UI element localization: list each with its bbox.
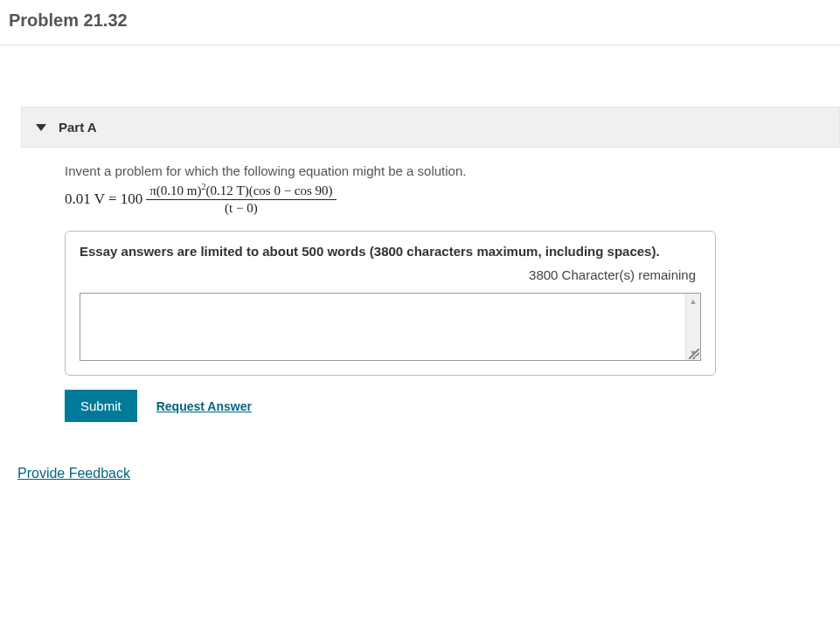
essay-textarea[interactable] bbox=[80, 294, 685, 360]
equation-numerator: π(0.10 m)2(0.12 T)(cos 0 − cos 90) bbox=[146, 183, 336, 200]
essay-panel: Essay answers are limited to about 500 w… bbox=[65, 231, 716, 376]
eq-num-prefix: π(0.10 m) bbox=[149, 183, 201, 197]
equation-fraction: π(0.10 m)2(0.12 T)(cos 0 − cos 90) (t − … bbox=[146, 183, 336, 215]
submit-button[interactable]: Submit bbox=[65, 390, 137, 422]
divider bbox=[0, 45, 840, 45]
equation-denominator: (t − 0) bbox=[221, 200, 261, 216]
essay-textarea-wrap: ▲ ▼ bbox=[80, 293, 701, 361]
scroll-down-icon[interactable]: ▼ bbox=[686, 345, 700, 360]
caret-down-icon bbox=[36, 124, 46, 131]
essay-remaining: 3800 Character(s) remaining bbox=[80, 267, 701, 282]
eq-num-suffix: (0.12 T)(cos 0 − cos 90) bbox=[205, 183, 332, 197]
equation: 0.01 V = 100 π(0.10 m)2(0.12 T)(cos 0 − … bbox=[65, 183, 840, 215]
essay-notice: Essay answers are limited to about 500 w… bbox=[80, 244, 701, 259]
prompt-text: Invent a problem for which the following… bbox=[65, 163, 840, 178]
part-a-title: Part A bbox=[59, 120, 97, 135]
scrollbar[interactable]: ▲ ▼ bbox=[685, 294, 700, 360]
request-answer-link[interactable]: Request Answer bbox=[156, 399, 252, 413]
actions-row: Submit Request Answer bbox=[65, 390, 840, 422]
provide-feedback-link[interactable]: Provide Feedback bbox=[17, 466, 130, 481]
page-title: Problem 21.32 bbox=[0, 0, 840, 45]
equation-lhs: 0.01 V = 100 bbox=[65, 190, 142, 208]
part-a-body: Invent a problem for which the following… bbox=[21, 148, 840, 422]
part-a-header[interactable]: Part A bbox=[21, 107, 840, 148]
part-a-container: Part A Invent a problem for which the fo… bbox=[21, 107, 840, 422]
scroll-up-icon[interactable]: ▲ bbox=[686, 294, 700, 308]
